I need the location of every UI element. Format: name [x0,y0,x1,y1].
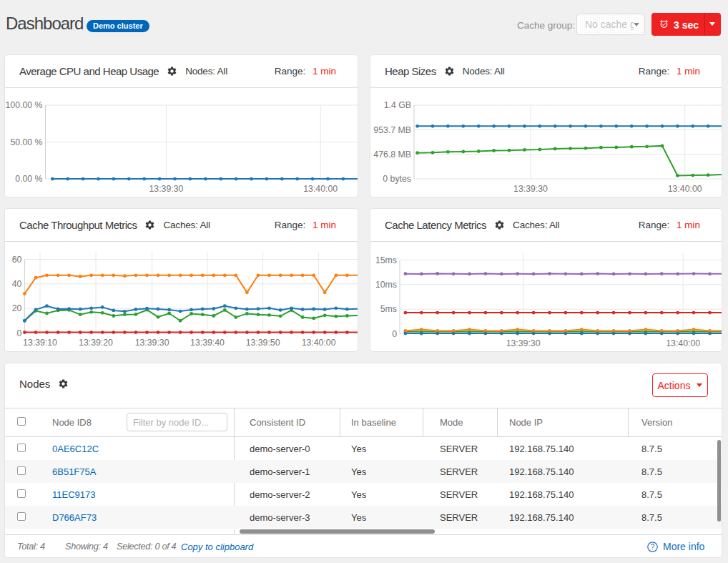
svg-text:0.00 %: 0.00 % [15,174,42,184]
svg-text:13:39:30: 13:39:30 [506,338,541,348]
svg-text:13:39:20: 13:39:20 [79,338,113,348]
svg-text:0: 0 [17,328,22,338]
svg-text:60: 60 [12,255,22,265]
svg-text:13:40:00: 13:40:00 [666,338,700,348]
svg-text:13:39:30: 13:39:30 [513,184,548,194]
svg-text:13:39:40: 13:39:40 [190,338,225,348]
svg-text:953.7 MB: 953.7 MB [373,125,411,135]
svg-text:13:40:00: 13:40:00 [303,184,338,194]
svg-text:40: 40 [12,279,22,289]
svg-text:5ms: 5ms [380,304,397,314]
svg-text:13:40:00: 13:40:00 [302,338,336,348]
svg-text:0: 0 [392,329,397,339]
svg-text:0 bytes: 0 bytes [383,174,411,184]
svg-text:15ms: 15ms [375,255,397,265]
svg-text:13:40:00: 13:40:00 [668,184,702,194]
svg-text:?: ? [651,543,655,551]
svg-text:13:39:10: 13:39:10 [23,338,57,348]
svg-text:13:39:30: 13:39:30 [135,338,169,348]
svg-text:20: 20 [12,303,22,313]
svg-text:13:39:30: 13:39:30 [149,184,183,194]
svg-text:10ms: 10ms [375,280,397,290]
svg-text:13:39:50: 13:39:50 [246,338,280,348]
svg-text:100.00 %: 100.00 % [6,100,43,110]
svg-text:50.00 %: 50.00 % [10,137,42,147]
svg-text:1.4 GB: 1.4 GB [384,100,411,110]
svg-text:476.8 MB: 476.8 MB [373,150,411,160]
